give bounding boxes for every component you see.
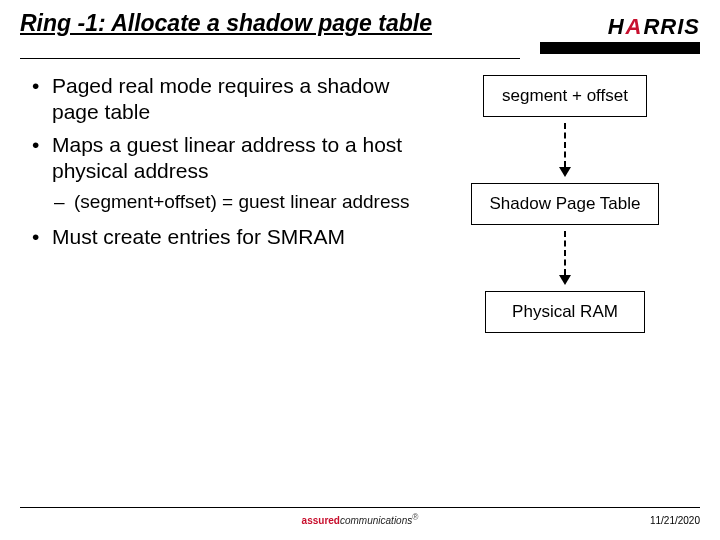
logo-right: RRIS: [643, 14, 700, 40]
arrow-down-icon: [559, 123, 571, 177]
footer-date: 11/21/2020: [650, 515, 700, 526]
footer-divider: [20, 507, 700, 508]
bullet-item: Must create entries for SMRAM: [30, 224, 430, 250]
harris-logo: HARRIS: [540, 10, 700, 54]
bullet-item: Paged real mode requires a shadow page t…: [30, 73, 430, 126]
slide-title: Ring -1: Allocate a shadow page table: [20, 10, 440, 36]
footer-brand-left: assured: [302, 515, 340, 526]
arrow-down-icon: [559, 231, 571, 285]
bullet-item: Maps a guest linear address to a host ph…: [30, 132, 430, 185]
diagram-box-segment: segment + offset: [483, 75, 647, 117]
diagram-box-shadow: Shadow Page Table: [471, 183, 660, 225]
registered-icon: ®: [412, 512, 418, 522]
title-area: Ring -1: Allocate a shadow page table: [20, 10, 540, 36]
footer-brand: assuredcommunications®: [302, 512, 419, 526]
diagram: segment + offset Shadow Page Table Physi…: [430, 73, 700, 333]
footer-brand-right: communications: [340, 515, 412, 526]
logo-bar: [540, 42, 700, 54]
logo-slash-icon: A: [626, 14, 643, 40]
bullet-subitem: (segment+offset) = guest linear address: [30, 190, 430, 214]
logo-text: HARRIS: [608, 14, 700, 40]
slide-footer: assuredcommunications® 11/21/2020: [20, 507, 700, 526]
footer-row: assuredcommunications® 11/21/2020: [20, 512, 700, 526]
logo-left: H: [608, 14, 625, 40]
slide-content: Paged real mode requires a shadow page t…: [0, 59, 720, 333]
slide-header: Ring -1: Allocate a shadow page table HA…: [0, 0, 720, 54]
diagram-box-ram: Physical RAM: [485, 291, 645, 333]
bullet-list: Paged real mode requires a shadow page t…: [30, 73, 430, 333]
